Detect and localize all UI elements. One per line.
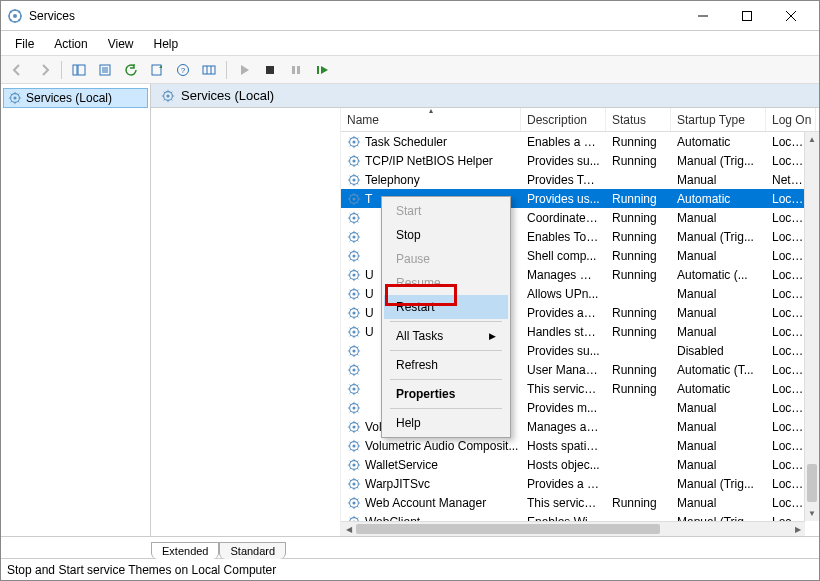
gear-icon <box>347 135 361 149</box>
service-status: Running <box>606 230 671 244</box>
svg-rect-12 <box>152 65 161 75</box>
minimize-button[interactable] <box>687 6 719 26</box>
svg-point-37 <box>352 235 355 238</box>
ctx-start[interactable]: Start <box>384 199 508 223</box>
service-status: Running <box>606 363 671 377</box>
gear-icon <box>347 230 361 244</box>
service-description: Handles sto... <box>521 325 606 339</box>
nav-forward-button[interactable] <box>33 59 55 81</box>
service-name: T <box>365 192 372 206</box>
help-button[interactable]: ? <box>172 59 194 81</box>
menu-file[interactable]: File <box>7 35 42 53</box>
service-status: Running <box>606 306 671 320</box>
service-name: WarpJITSvc <box>365 477 430 491</box>
table-row[interactable]: TelephonyProvides Tel...ManualNetwork <box>341 170 819 189</box>
service-status: Running <box>606 382 671 396</box>
col-status[interactable]: Status <box>606 108 671 131</box>
ctx-pause[interactable]: Pause <box>384 247 508 271</box>
columns-button[interactable] <box>198 59 220 81</box>
menu-view[interactable]: View <box>100 35 142 53</box>
pane-title: Services (Local) <box>181 88 274 103</box>
service-description: Enables Tou... <box>521 230 606 244</box>
refresh-button[interactable] <box>120 59 142 81</box>
service-name: Volumetric Audio Composit... <box>365 439 518 453</box>
service-startup: Disabled <box>671 344 766 358</box>
service-name: U <box>365 306 374 320</box>
export-button[interactable] <box>146 59 168 81</box>
ctx-refresh[interactable]: Refresh <box>384 353 508 377</box>
tree-label: Services (Local) <box>26 91 112 105</box>
menu-action[interactable]: Action <box>46 35 95 53</box>
service-description: User Manag... <box>521 363 606 377</box>
service-startup: Manual <box>671 211 766 225</box>
vertical-scrollbar[interactable]: ▲ ▼ <box>804 132 819 521</box>
svg-point-39 <box>352 254 355 257</box>
ctx-stop[interactable]: Stop <box>384 223 508 247</box>
svg-point-57 <box>352 425 355 428</box>
table-row[interactable]: Volumetric Audio Composit...Hosts spatia… <box>341 436 819 455</box>
chevron-right-icon: ▶ <box>489 331 496 341</box>
table-row[interactable]: TCP/IP NetBIOS HelperProvides su...Runni… <box>341 151 819 170</box>
service-name: U <box>365 325 374 339</box>
maximize-button[interactable] <box>731 6 763 26</box>
close-button[interactable] <box>775 6 807 26</box>
service-description: Provides us... <box>521 192 606 206</box>
service-description: Provides a JI... <box>521 477 606 491</box>
col-startup[interactable]: Startup Type <box>671 108 766 131</box>
ctx-properties[interactable]: Properties <box>384 382 508 406</box>
service-startup: Manual <box>671 420 766 434</box>
pause-service-button[interactable] <box>285 59 307 81</box>
tree-node-services-local[interactable]: Services (Local) <box>3 88 148 108</box>
svg-point-47 <box>352 330 355 333</box>
tab-standard[interactable]: Standard <box>219 542 286 559</box>
service-detail-pane <box>151 108 341 536</box>
horizontal-scrollbar[interactable]: ◀ ▶ <box>341 521 805 536</box>
ctx-all-tasks[interactable]: All Tasks ▶ <box>384 324 508 348</box>
properties-button[interactable] <box>94 59 116 81</box>
ctx-restart[interactable]: Restart <box>384 295 508 319</box>
table-row[interactable]: WarpJITSvcProvides a JI...Manual (Trig..… <box>341 474 819 493</box>
svg-rect-7 <box>78 65 85 75</box>
col-description[interactable]: Description <box>521 108 606 131</box>
show-hide-tree-button[interactable] <box>68 59 90 81</box>
service-startup: Manual (Trig... <box>671 477 766 491</box>
scrollbar-thumb[interactable] <box>356 524 660 534</box>
gear-icon <box>161 89 175 103</box>
scroll-down-icon[interactable]: ▼ <box>805 506 819 521</box>
svg-point-1 <box>13 14 17 18</box>
svg-rect-21 <box>317 66 319 74</box>
svg-point-51 <box>352 368 355 371</box>
gear-icon <box>347 363 361 377</box>
gear-icon <box>347 382 361 396</box>
toolbar-separator <box>61 61 62 79</box>
table-row[interactable]: WalletServiceHosts objec...ManualLocal S… <box>341 455 819 474</box>
scroll-up-icon[interactable]: ▲ <box>805 132 819 147</box>
service-startup: Manual <box>671 325 766 339</box>
svg-rect-20 <box>297 66 300 74</box>
service-description: Provides su... <box>521 344 606 358</box>
service-description: Allows UPn... <box>521 287 606 301</box>
tab-extended[interactable]: Extended <box>151 542 219 559</box>
col-logon[interactable]: Log On <box>766 108 816 131</box>
service-description: Provides Tel... <box>521 173 606 187</box>
service-startup: Manual <box>671 401 766 415</box>
service-description: Hosts objec... <box>521 458 606 472</box>
ctx-help[interactable]: Help <box>384 411 508 435</box>
menu-help[interactable]: Help <box>146 35 187 53</box>
stop-service-button[interactable] <box>259 59 281 81</box>
svg-point-61 <box>352 463 355 466</box>
scroll-right-icon[interactable]: ▶ <box>790 522 805 536</box>
scroll-left-icon[interactable]: ◀ <box>341 522 356 536</box>
ctx-resume[interactable]: Resume <box>384 271 508 295</box>
col-name[interactable]: ▴ Name <box>341 108 521 131</box>
service-description: Shell comp... <box>521 249 606 263</box>
service-startup: Automatic (T... <box>671 363 766 377</box>
nav-back-button[interactable] <box>7 59 29 81</box>
service-startup: Manual <box>671 458 766 472</box>
restart-service-button[interactable] <box>311 59 333 81</box>
start-service-button[interactable] <box>233 59 255 81</box>
table-row[interactable]: Task SchedulerEnables a us...RunningAuto… <box>341 132 819 151</box>
table-row[interactable]: Web Account ManagerThis service ...Runni… <box>341 493 819 512</box>
scrollbar-thumb[interactable] <box>807 464 817 502</box>
svg-rect-18 <box>266 66 274 74</box>
